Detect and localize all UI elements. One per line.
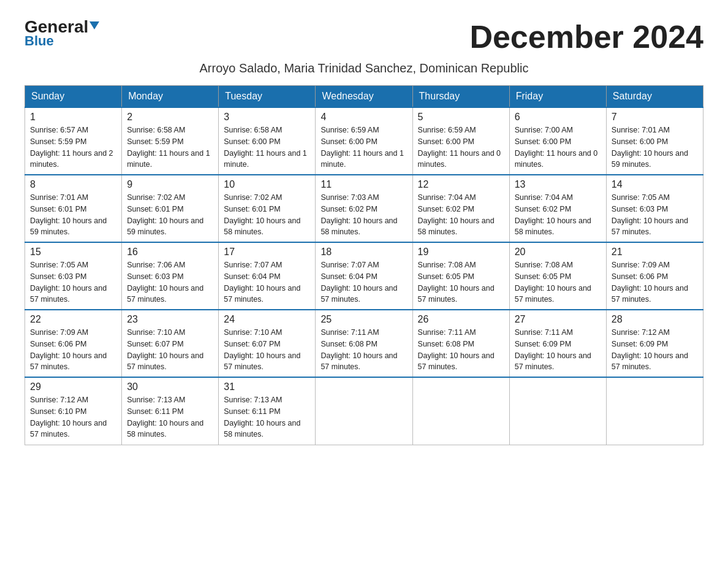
column-header-saturday: Saturday	[606, 86, 703, 108]
day-cell-10: 10 Sunrise: 7:02 AMSunset: 6:01 PMDaylig…	[219, 175, 316, 242]
day-info: Sunrise: 7:08 AMSunset: 6:05 PMDaylight:…	[418, 261, 495, 304]
day-info: Sunrise: 7:11 AMSunset: 6:09 PMDaylight:…	[515, 328, 591, 371]
day-info: Sunrise: 7:10 AMSunset: 6:07 PMDaylight:…	[224, 328, 300, 371]
day-number: 12	[418, 179, 504, 190]
day-cell-8: 8 Sunrise: 7:01 AMSunset: 6:01 PMDayligh…	[25, 175, 122, 242]
day-cell-11: 11 Sunrise: 7:03 AMSunset: 6:02 PMDaylig…	[316, 175, 412, 242]
day-number: 19	[418, 247, 504, 258]
day-cell-12: 12 Sunrise: 7:04 AMSunset: 6:02 PMDaylig…	[412, 175, 509, 242]
day-info: Sunrise: 7:08 AMSunset: 6:05 PMDaylight:…	[515, 261, 591, 304]
column-header-monday: Monday	[122, 86, 219, 108]
day-cell-18: 18 Sunrise: 7:07 AMSunset: 6:04 PMDaylig…	[316, 242, 412, 310]
day-number: 22	[30, 314, 116, 325]
day-number: 13	[515, 179, 601, 190]
day-cell-13: 13 Sunrise: 7:04 AMSunset: 6:02 PMDaylig…	[509, 175, 606, 242]
day-number: 2	[127, 112, 213, 123]
day-number: 28	[612, 314, 698, 325]
day-number: 5	[418, 112, 504, 123]
day-info: Sunrise: 7:07 AMSunset: 6:04 PMDaylight:…	[320, 261, 397, 304]
day-number: 17	[224, 247, 310, 258]
day-cell-27: 27 Sunrise: 7:11 AMSunset: 6:09 PMDaylig…	[509, 310, 606, 377]
column-header-friday: Friday	[509, 86, 606, 108]
day-info: Sunrise: 7:03 AMSunset: 6:02 PMDaylight:…	[320, 193, 397, 236]
logo-blue: Blue	[25, 33, 54, 49]
day-number: 16	[127, 247, 213, 258]
day-number: 25	[320, 314, 407, 325]
day-info: Sunrise: 7:01 AMSunset: 6:01 PMDaylight:…	[30, 193, 107, 236]
day-cell-5: 5 Sunrise: 6:59 AMSunset: 6:00 PMDayligh…	[412, 107, 509, 175]
day-number: 27	[515, 314, 601, 325]
empty-cell	[509, 377, 606, 445]
day-info: Sunrise: 7:10 AMSunset: 6:07 PMDaylight:…	[127, 328, 203, 371]
day-info: Sunrise: 6:59 AMSunset: 6:00 PMDaylight:…	[418, 126, 501, 169]
day-number: 14	[612, 179, 698, 190]
day-cell-15: 15 Sunrise: 7:05 AMSunset: 6:03 PMDaylig…	[25, 242, 122, 310]
day-info: Sunrise: 7:13 AMSunset: 6:11 PMDaylight:…	[224, 396, 300, 439]
logo: General Blue	[25, 18, 99, 49]
day-number: 26	[418, 314, 504, 325]
day-cell-17: 17 Sunrise: 7:07 AMSunset: 6:04 PMDaylig…	[219, 242, 316, 310]
day-info: Sunrise: 7:11 AMSunset: 6:08 PMDaylight:…	[320, 328, 397, 371]
day-number: 30	[127, 381, 213, 393]
day-cell-6: 6 Sunrise: 7:00 AMSunset: 6:00 PMDayligh…	[509, 107, 606, 175]
day-cell-9: 9 Sunrise: 7:02 AMSunset: 6:01 PMDayligh…	[122, 175, 219, 242]
day-number: 9	[127, 179, 213, 190]
week-row-1: 1 Sunrise: 6:57 AMSunset: 5:59 PMDayligh…	[25, 107, 703, 175]
day-info: Sunrise: 7:06 AMSunset: 6:03 PMDaylight:…	[127, 261, 203, 304]
day-info: Sunrise: 7:01 AMSunset: 6:00 PMDaylight:…	[612, 126, 688, 169]
column-header-thursday: Thursday	[412, 86, 509, 108]
day-number: 23	[127, 314, 213, 325]
day-number: 7	[612, 112, 698, 123]
column-header-tuesday: Tuesday	[219, 86, 316, 108]
day-number: 20	[515, 247, 601, 258]
day-cell-7: 7 Sunrise: 7:01 AMSunset: 6:00 PMDayligh…	[606, 107, 703, 175]
day-cell-2: 2 Sunrise: 6:58 AMSunset: 5:59 PMDayligh…	[122, 107, 219, 175]
day-cell-4: 4 Sunrise: 6:59 AMSunset: 6:00 PMDayligh…	[316, 107, 412, 175]
day-cell-19: 19 Sunrise: 7:08 AMSunset: 6:05 PMDaylig…	[412, 242, 509, 310]
day-cell-22: 22 Sunrise: 7:09 AMSunset: 6:06 PMDaylig…	[25, 310, 122, 377]
calendar-table: SundayMondayTuesdayWednesdayThursdayFrid…	[25, 85, 703, 445]
column-header-wednesday: Wednesday	[316, 86, 412, 108]
day-number: 21	[612, 247, 698, 258]
day-info: Sunrise: 7:05 AMSunset: 6:03 PMDaylight:…	[612, 193, 688, 236]
column-header-sunday: Sunday	[25, 86, 122, 108]
day-info: Sunrise: 7:09 AMSunset: 6:06 PMDaylight:…	[30, 328, 107, 371]
day-info: Sunrise: 7:04 AMSunset: 6:02 PMDaylight:…	[418, 193, 495, 236]
day-number: 18	[320, 247, 407, 258]
day-info: Sunrise: 7:00 AMSunset: 6:00 PMDaylight:…	[515, 126, 598, 169]
day-cell-1: 1 Sunrise: 6:57 AMSunset: 5:59 PMDayligh…	[25, 107, 122, 175]
page-header: General Blue December 2024	[25, 18, 703, 55]
week-row-4: 22 Sunrise: 7:09 AMSunset: 6:06 PMDaylig…	[25, 310, 703, 377]
day-cell-28: 28 Sunrise: 7:12 AMSunset: 6:09 PMDaylig…	[606, 310, 703, 377]
day-cell-23: 23 Sunrise: 7:10 AMSunset: 6:07 PMDaylig…	[122, 310, 219, 377]
day-info: Sunrise: 6:57 AMSunset: 5:59 PMDaylight:…	[30, 126, 113, 169]
day-number: 10	[224, 179, 310, 190]
day-cell-25: 25 Sunrise: 7:11 AMSunset: 6:08 PMDaylig…	[316, 310, 412, 377]
day-cell-14: 14 Sunrise: 7:05 AMSunset: 6:03 PMDaylig…	[606, 175, 703, 242]
day-info: Sunrise: 7:04 AMSunset: 6:02 PMDaylight:…	[515, 193, 591, 236]
day-info: Sunrise: 7:12 AMSunset: 6:10 PMDaylight:…	[30, 396, 107, 439]
calendar-header-row: SundayMondayTuesdayWednesdayThursdayFrid…	[25, 86, 703, 108]
week-row-2: 8 Sunrise: 7:01 AMSunset: 6:01 PMDayligh…	[25, 175, 703, 242]
week-row-3: 15 Sunrise: 7:05 AMSunset: 6:03 PMDaylig…	[25, 242, 703, 310]
day-number: 15	[30, 247, 116, 258]
empty-cell	[412, 377, 509, 445]
day-cell-31: 31 Sunrise: 7:13 AMSunset: 6:11 PMDaylig…	[219, 377, 316, 445]
day-number: 29	[30, 381, 116, 393]
week-row-5: 29 Sunrise: 7:12 AMSunset: 6:10 PMDaylig…	[25, 377, 703, 445]
day-cell-26: 26 Sunrise: 7:11 AMSunset: 6:08 PMDaylig…	[412, 310, 509, 377]
day-cell-29: 29 Sunrise: 7:12 AMSunset: 6:10 PMDaylig…	[25, 377, 122, 445]
day-number: 8	[30, 179, 116, 190]
month-title: December 2024	[469, 18, 703, 55]
day-number: 3	[224, 112, 310, 123]
day-cell-20: 20 Sunrise: 7:08 AMSunset: 6:05 PMDaylig…	[509, 242, 606, 310]
day-cell-24: 24 Sunrise: 7:10 AMSunset: 6:07 PMDaylig…	[219, 310, 316, 377]
day-number: 6	[515, 112, 601, 123]
empty-cell	[606, 377, 703, 445]
subtitle: Arroyo Salado, Maria Trinidad Sanchez, D…	[25, 61, 703, 75]
day-info: Sunrise: 7:11 AMSunset: 6:08 PMDaylight:…	[418, 328, 495, 371]
day-cell-16: 16 Sunrise: 7:06 AMSunset: 6:03 PMDaylig…	[122, 242, 219, 310]
day-info: Sunrise: 7:07 AMSunset: 6:04 PMDaylight:…	[224, 261, 300, 304]
day-info: Sunrise: 6:59 AMSunset: 6:00 PMDaylight:…	[320, 126, 404, 169]
day-info: Sunrise: 7:09 AMSunset: 6:06 PMDaylight:…	[612, 261, 688, 304]
